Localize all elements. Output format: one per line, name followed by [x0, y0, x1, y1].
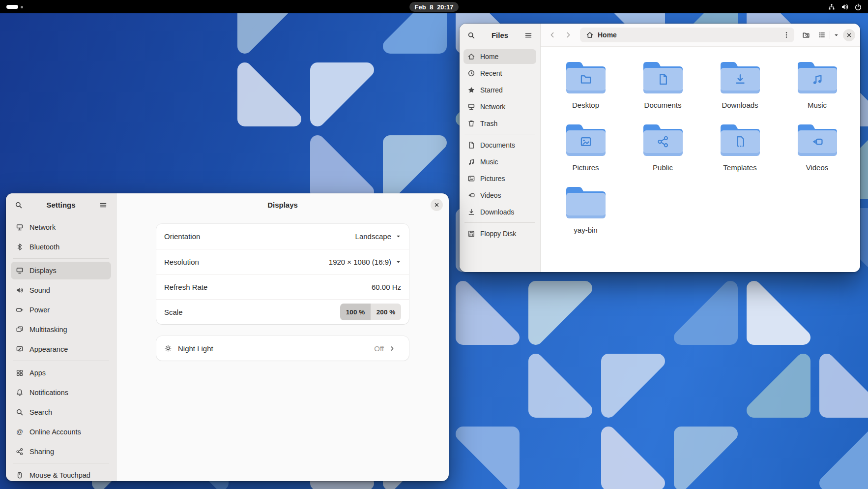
sidebar-item-label: Search: [29, 408, 52, 416]
list-view-button[interactable]: [815, 28, 829, 42]
sidebar-item-mouse-touchpad[interactable]: Mouse & Touchpad: [11, 466, 111, 481]
location-menu-button[interactable]: [781, 28, 792, 42]
sidebar-item-label: Recent: [480, 69, 502, 77]
sidebar-item-network[interactable]: Network: [11, 218, 111, 236]
files-search-button[interactable]: [464, 29, 478, 42]
files-close-button[interactable]: [843, 29, 855, 41]
settings-menu-button[interactable]: [96, 198, 110, 212]
file-item-downloads[interactable]: Downloads: [701, 60, 779, 122]
apps-icon: [16, 369, 24, 377]
sidebar-item-label: Multitasking: [29, 326, 67, 334]
settings-headerbar: Displays: [116, 193, 449, 216]
home-icon: [586, 31, 594, 39]
sidebar-item-music[interactable]: Music: [463, 154, 536, 169]
sidebar-item-apps[interactable]: Apps: [11, 364, 111, 382]
sidebar-item-multitasking[interactable]: Multitasking: [11, 321, 111, 338]
display-settings-card: Orientation Landscape Resolution 1920 × …: [156, 224, 409, 324]
orientation-row[interactable]: Orientation Landscape: [156, 224, 409, 249]
folder-icon: [719, 122, 762, 157]
sidebar-item-label: Documents: [480, 141, 515, 149]
sidebar-item-label: Network: [480, 103, 505, 111]
floppy-icon: [467, 230, 475, 238]
sidebar-item-home[interactable]: Home: [463, 49, 536, 64]
clock[interactable]: Feb 8 20:17: [409, 2, 459, 12]
system-status-area[interactable]: [826, 0, 864, 13]
sidebar-item-bluetooth[interactable]: Bluetooth: [11, 238, 111, 256]
resolution-value: 1920 × 1080 (16:9): [329, 258, 391, 266]
search-everywhere-button[interactable]: [799, 28, 813, 42]
forward-button[interactable]: [561, 28, 575, 42]
sidebar-item-appearance[interactable]: Appearance: [11, 340, 111, 358]
sidebar-item-documents[interactable]: Documents: [463, 138, 536, 153]
sidebar-item-recent[interactable]: Recent: [463, 66, 536, 81]
multitasking-icon: [16, 326, 24, 334]
night-light-row[interactable]: Night Light Off: [156, 336, 409, 361]
sidebar-item-starred[interactable]: Starred: [463, 83, 536, 97]
scale-row: Scale 100 % 200 %: [156, 299, 409, 324]
file-item-desktop[interactable]: Desktop: [547, 60, 624, 122]
resolution-row[interactable]: Resolution 1920 × 1080 (16:9): [156, 249, 409, 274]
sidebar-item-label: Bluetooth: [29, 243, 59, 251]
path-bar[interactable]: Home: [580, 28, 794, 42]
sidebar-item-online-accounts[interactable]: @Online Accounts: [11, 423, 111, 441]
power-icon: [854, 3, 862, 11]
file-item-label: Videos: [806, 163, 829, 172]
sidebar-item-videos[interactable]: Videos: [463, 188, 536, 203]
file-item-music[interactable]: Music: [779, 60, 856, 122]
file-item-public[interactable]: Public: [624, 122, 701, 185]
settings-search-button[interactable]: [12, 198, 26, 212]
folder-search-icon: [802, 31, 810, 39]
workspace-pill-indicator[interactable]: [6, 5, 18, 9]
settings-close-button[interactable]: [431, 199, 443, 211]
bluetooth-icon: [16, 243, 24, 251]
sidebar-item-downloads[interactable]: Downloads: [463, 205, 536, 219]
sidebar-item-label: Online Accounts: [29, 428, 81, 436]
sidebar-item-notifications[interactable]: Notifications: [11, 384, 111, 401]
file-item-templates[interactable]: Templates: [701, 122, 779, 185]
sidebar-item-network[interactable]: Network: [463, 99, 536, 114]
svg-text:@: @: [16, 428, 23, 435]
view-options-dropdown[interactable]: [831, 28, 841, 42]
sidebar-item-sound[interactable]: Sound: [11, 281, 111, 299]
file-item-videos[interactable]: Videos: [779, 122, 856, 185]
current-location-label: Home: [598, 31, 777, 39]
sidebar-item-sharing[interactable]: Sharing: [11, 443, 111, 460]
files-main-header: Home: [541, 24, 860, 47]
files-menu-button[interactable]: [521, 29, 535, 42]
scale-option-100[interactable]: 100 %: [340, 304, 371, 320]
files-grid: DesktopDocumentsDownloadsMusicPicturesPu…: [547, 60, 856, 247]
network-wired-icon: [828, 3, 836, 11]
sidebar-item-pictures[interactable]: Pictures: [463, 171, 536, 186]
sidebar-item-label: Mouse & Touchpad: [29, 471, 90, 479]
night-light-icon: [164, 344, 172, 352]
refresh-rate-label: Refresh Rate: [164, 283, 207, 291]
divider: [464, 134, 535, 134]
file-item-yay-bin[interactable]: yay-bin: [547, 185, 624, 247]
workspace-dot-indicator[interactable]: [21, 6, 23, 8]
sidebar-item-search[interactable]: Search: [11, 403, 111, 421]
sidebar-item-displays[interactable]: Displays: [11, 262, 111, 279]
chevron-right-icon: [389, 345, 395, 352]
night-light-card: Night Light Off: [156, 336, 409, 361]
file-item-documents[interactable]: Documents: [624, 60, 701, 122]
back-button[interactable]: [546, 28, 559, 42]
close-icon: [434, 202, 440, 208]
scale-option-200[interactable]: 200 %: [371, 304, 401, 320]
sidebar-item-floppy-disk[interactable]: Floppy Disk: [463, 226, 536, 241]
document-icon: [467, 141, 475, 149]
sidebar-item-power[interactable]: Power: [11, 301, 111, 319]
network-icon: [16, 223, 24, 231]
mouse-icon: [16, 471, 24, 479]
refresh-rate-row: Refresh Rate 60.00 Hz: [156, 274, 409, 299]
download-icon: [467, 208, 475, 216]
orientation-value: Landscape: [355, 232, 391, 241]
sidebar-item-trash[interactable]: Trash: [463, 116, 536, 131]
file-item-pictures[interactable]: Pictures: [547, 122, 624, 185]
sidebar-item-label: Displays: [29, 267, 57, 275]
settings-window: Settings NetworkBluetoothDisplaysSoundPo…: [6, 193, 449, 481]
network-icon: [467, 103, 475, 111]
divider: [830, 31, 830, 39]
settings-nav: NetworkBluetoothDisplaysSoundPowerMultit…: [6, 216, 116, 481]
folder-icon: [564, 122, 608, 157]
notifications-icon: [16, 389, 24, 397]
